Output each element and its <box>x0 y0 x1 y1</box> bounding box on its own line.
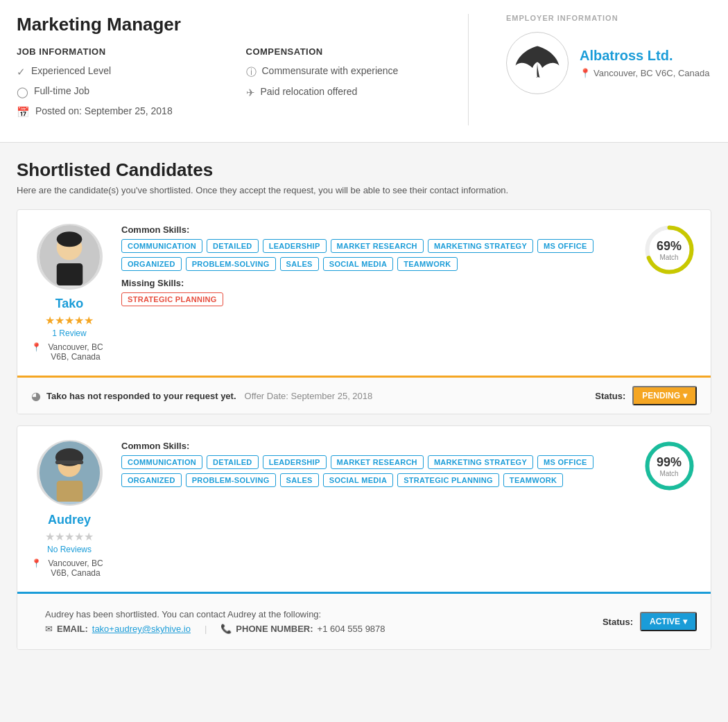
avatar-image <box>37 440 103 506</box>
status-right: Status: ACTIVE ▾ <box>603 612 697 631</box>
skill-tag: MARKET RESEARCH <box>331 239 424 253</box>
match-circle: 99% Match <box>643 440 695 492</box>
check-circle-icon: ✓ <box>17 66 26 78</box>
candidate-name[interactable]: Tako <box>31 297 107 311</box>
svg-rect-10 <box>56 481 83 502</box>
shortlist-title: Shortlisted Candidates <box>17 159 711 181</box>
contact-bar: Audrey has been shortlisted. You can con… <box>31 602 399 641</box>
phone-icon: 📞 <box>220 624 232 634</box>
contact-phone: 📞 PHONE NUMBER: +1 604 555 9878 <box>220 624 385 634</box>
skill-tag: STRATEGIC PLANNING <box>397 473 499 487</box>
candidate-location: 📍 Vancouver, BC V6B, Canada <box>31 558 107 578</box>
svg-point-2 <box>56 231 82 247</box>
location-pin-icon: 📍 <box>31 558 42 568</box>
email-link[interactable]: tako+audrey@skyhive.io <box>92 624 191 634</box>
shortlist-note: Audrey has been shortlisted. You can con… <box>45 609 385 619</box>
match-label: Match <box>657 254 682 261</box>
status-label: Status: <box>595 391 625 401</box>
job-info-header: JOB INFORMATION <box>17 46 218 57</box>
skill-tag: MARKETING STRATEGY <box>428 455 533 469</box>
job-level: ✓ Experienced Level <box>17 65 218 78</box>
review-count[interactable]: 1 Review <box>31 328 107 338</box>
svg-rect-9 <box>55 460 83 464</box>
skill-tag: SOCIAL MEDIA <box>323 257 393 271</box>
skill-tag: TEAMWORK <box>397 257 457 271</box>
match-text: 69% Match <box>657 239 682 261</box>
missing-skills-label: Missing Skills: <box>121 278 627 288</box>
shortlist-description: Here are the candidate(s) you've shortli… <box>17 185 711 195</box>
match-percentage: 69% <box>657 239 682 254</box>
star-4: ★ <box>74 315 84 326</box>
star-1: ★ <box>45 531 55 543</box>
employer-location: 📍 Vancouver, BC V6C, Canada <box>580 68 709 78</box>
star-5: ★ <box>84 315 94 326</box>
job-title: Marketing Manager <box>17 14 447 35</box>
common-skills-label: Common Skills: <box>121 441 189 451</box>
plane-icon: ✈ <box>246 87 255 99</box>
match-label: Match <box>657 470 682 477</box>
candidate-card: Tako ★★★★★ 1 Review 📍 Vancouver, BC V6B,… <box>17 209 711 414</box>
candidate-skills-section: Common Skills: COMMUNICATIONDETAILEDLEAD… <box>121 224 627 312</box>
status-badge-active[interactable]: ACTIVE ▾ <box>640 612 697 631</box>
star-5: ★ <box>84 531 94 543</box>
candidates-list: Tako ★★★★★ 1 Review 📍 Vancouver, BC V6B,… <box>17 209 711 650</box>
skill-tag: MARKETING STRATEGY <box>428 239 533 253</box>
status-bar: Audrey has been shortlisted. You can con… <box>17 592 711 649</box>
candidate-skills-section: Common Skills: COMMUNICATIONDETAILEDLEAD… <box>121 440 627 493</box>
skill-tag: SOCIAL MEDIA <box>323 473 393 487</box>
comp-relocation: ✈ Paid relocation offered <box>246 86 448 99</box>
clock-icon: ◯ <box>17 86 28 98</box>
skill-tag: MS OFFICE <box>537 455 593 469</box>
candidate-stars: ★★★★★ <box>31 530 107 543</box>
skill-tag: TEAMWORK <box>503 473 563 487</box>
skill-tag: DETAILED <box>207 239 259 253</box>
star-1: ★ <box>45 315 55 326</box>
status-message: Tako has not responded to your request y… <box>46 391 236 401</box>
status-info: ◕ Tako has not responded to your request… <box>31 389 372 403</box>
employer-header: EMPLOYER INFORMATION <box>506 14 711 22</box>
candidate-card: Audrey ★★★★★ No Reviews 📍 Vancouver, BC … <box>17 425 711 650</box>
avatar-image <box>37 224 103 290</box>
job-posted: 📅 Posted on: September 25, 2018 <box>17 105 218 118</box>
match-text: 99% Match <box>657 455 682 477</box>
contact-email: ✉ EMAIL: tako+audrey@skyhive.io <box>45 624 191 634</box>
status-bar: ◕ Tako has not responded to your request… <box>17 376 711 414</box>
skill-tag: MARKET RESEARCH <box>331 455 424 469</box>
comp-header: COMPENSATION <box>246 46 448 57</box>
skill-tag: ORGANIZED <box>121 473 182 487</box>
candidate-name[interactable]: Audrey <box>31 513 107 527</box>
common-skills-label: Common Skills: <box>121 224 189 235</box>
candidate-location: 📍 Vancouver, BC V6B, Canada <box>31 342 107 362</box>
offer-date: Offer Date: September 25, 2018 <box>245 391 373 401</box>
match-circle-section: 69% Match <box>641 224 697 276</box>
common-skills-row: COMMUNICATIONDETAILEDLEADERSHIPMARKET RE… <box>121 239 627 271</box>
svg-rect-3 <box>56 263 83 285</box>
candidate-avatar-section: Tako ★★★★★ 1 Review 📍 Vancouver, BC V6B,… <box>31 224 107 362</box>
star-3: ★ <box>64 315 74 326</box>
candidate-stars: ★★★★★ <box>31 314 107 327</box>
star-4: ★ <box>74 531 84 543</box>
chevron-down-icon: ▾ <box>683 617 687 626</box>
skill-tag: PROBLEM-SOLVING <box>186 473 276 487</box>
skill-tag: LEADERSHIP <box>263 239 327 253</box>
employer-logo <box>506 32 569 94</box>
skill-tag: DETAILED <box>207 455 259 469</box>
skill-tag: SALES <box>280 473 319 487</box>
star-2: ★ <box>55 315 64 326</box>
status-label: Status: <box>603 617 633 627</box>
missing-skill-tag: STRATEGIC PLANNING <box>121 292 223 306</box>
employer-name: Albatross Ltd. <box>580 48 709 64</box>
skill-tag: ORGANIZED <box>121 257 182 271</box>
location-icon: 📍 <box>580 68 591 78</box>
skill-tag: MS OFFICE <box>537 239 593 253</box>
status-badge-pending[interactable]: PENDING ▾ <box>632 386 697 405</box>
skill-tag: COMMUNICATION <box>121 239 202 253</box>
match-percentage: 99% <box>657 455 682 470</box>
phone-label: PHONE NUMBER: <box>236 624 313 634</box>
match-circle-section: 99% Match <box>641 440 697 492</box>
divider: | <box>205 624 207 634</box>
phone-number: +1 604 555 9878 <box>318 624 385 634</box>
candidate-avatar-section: Audrey ★★★★★ No Reviews 📍 Vancouver, BC … <box>31 440 107 578</box>
star-3: ★ <box>64 531 74 543</box>
star-2: ★ <box>55 531 64 543</box>
